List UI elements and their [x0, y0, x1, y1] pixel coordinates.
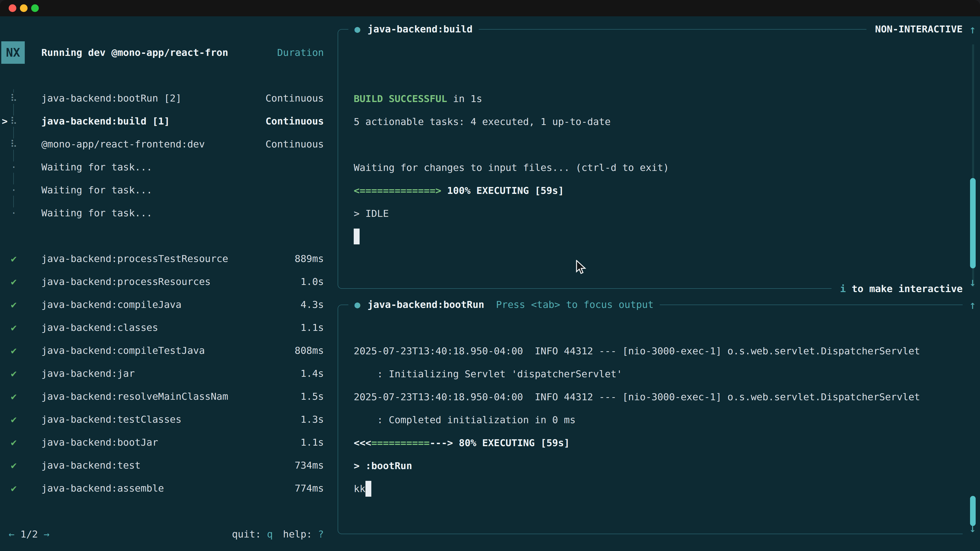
- task-row[interactable]: ✔ java-backend:compileJava 4.3s: [0, 293, 324, 316]
- task-status-dot-icon: ●: [355, 299, 360, 310]
- zoom-button[interactable]: [31, 4, 39, 12]
- scroll-down-icon[interactable]: ↓: [966, 516, 979, 540]
- non-interactive-badge: NON-INTERACTIVE: [866, 17, 963, 41]
- key-hints: quit: q help: ?: [232, 529, 324, 540]
- make-interactive-hint: i to make interactive: [832, 277, 963, 300]
- bootrun-output: 2025-07-23T13:40:18.950-04:00 INFO 44312…: [354, 340, 958, 500]
- page-next-icon[interactable]: →: [44, 529, 49, 540]
- task-row[interactable]: ✔ java-backend:compileTestJava 808ms: [0, 339, 324, 362]
- build-output: BUILD SUCCESSFUL in 1s 5 actionable task…: [354, 87, 958, 248]
- queued-dot-icon: ·: [9, 184, 19, 196]
- run-command-title: Running dev @mono-app/react-fron: [41, 47, 228, 58]
- running-task-list: ⠧ java-backend:bootRun [2] Continuous > …: [0, 87, 324, 224]
- bootrun-pane-title: ●java-backend:bootRunPress <tab> to focu…: [348, 293, 660, 316]
- pager: ← 1/2 →: [9, 529, 49, 540]
- task-row[interactable]: ✔ java-backend:testClasses 1.3s: [0, 408, 324, 431]
- log-line: BUILD SUCCESSFUL in 1s: [354, 87, 958, 110]
- task-row[interactable]: ✔ java-backend:processResources 1.0s: [0, 270, 324, 293]
- selection-arrow-icon: >: [2, 116, 8, 127]
- check-icon: ✔: [9, 437, 19, 448]
- nx-logo: NX: [1, 41, 25, 64]
- mouse-cursor: [576, 260, 589, 278]
- bootrun-output-pane[interactable]: ●java-backend:bootRunPress <tab> to focu…: [338, 305, 963, 534]
- spinner-icon: ⠧: [9, 138, 19, 150]
- gradle-progress-line: <<<==========---> 80% EXECUTING [59s]: [354, 431, 958, 454]
- log-line: 5 actionable tasks: 4 executed, 1 up-to-…: [354, 110, 958, 133]
- scroll-up-icon[interactable]: ↑: [966, 18, 979, 41]
- build-pane-title: ●java-backend:build: [348, 17, 479, 41]
- log-line: : Initializing Servlet 'dispatcherServle…: [354, 362, 958, 386]
- page-indicator: 1/2: [21, 529, 38, 540]
- check-icon: ✔: [9, 345, 19, 356]
- task-row[interactable]: ✔ java-backend:resolveMainClassNam 1.5s: [0, 385, 324, 408]
- task-list-panel: NX Running dev @mono-app/react-fron Dura…: [0, 16, 339, 551]
- check-icon: ✔: [9, 414, 19, 425]
- check-icon: ✔: [9, 391, 19, 402]
- task-list-header: Running dev @mono-app/react-fron Duratio…: [41, 41, 324, 64]
- task-group-connector-line: [13, 89, 14, 218]
- log-line: : Completed initialization in 0 ms: [354, 408, 958, 431]
- minimize-button[interactable]: [20, 4, 27, 12]
- check-icon: ✔: [9, 276, 19, 287]
- completed-task-list: ✔ java-backend:processTestResource 889ms…: [0, 247, 324, 500]
- text-cursor: [354, 229, 360, 245]
- log-line-blank: [354, 133, 958, 156]
- scroll-down-icon[interactable]: ↓: [966, 270, 979, 293]
- help-hint: help: ?: [283, 529, 324, 540]
- quit-hint: quit: q: [232, 529, 273, 540]
- task-row[interactable]: ⠧ java-backend:bootRun [2] Continuous: [0, 87, 324, 110]
- task-row[interactable]: · Waiting for task...: [0, 179, 324, 202]
- terminal-window: NX Running dev @mono-app/react-fron Dura…: [0, 0, 980, 551]
- task-row[interactable]: · Waiting for task...: [0, 202, 324, 224]
- task-row[interactable]: · Waiting for task...: [0, 156, 324, 179]
- task-row[interactable]: ✔ java-backend:classes 1.1s: [0, 316, 324, 339]
- spinner-icon: ⠧: [9, 116, 19, 127]
- input-line[interactable]: kk: [354, 477, 958, 500]
- log-line: 2025-07-23T13:40:18.950-04:00 INFO 44312…: [354, 340, 958, 362]
- log-line: > :bootRun: [354, 454, 958, 477]
- focus-output-hint: Press <tab> to focus output: [496, 299, 654, 310]
- titlebar: [0, 0, 980, 16]
- scrollbar-thumb[interactable]: [970, 178, 976, 268]
- queued-dot-icon: ·: [9, 162, 19, 173]
- task-status-dot-icon: ●: [355, 24, 360, 35]
- scroll-up-icon[interactable]: ↑: [966, 293, 979, 316]
- log-line: [354, 225, 958, 248]
- check-icon: ✔: [9, 299, 19, 310]
- duration-column-header: Duration: [277, 47, 324, 58]
- spinner-icon: ⠧: [9, 93, 19, 104]
- check-icon: ✔: [9, 460, 19, 471]
- gradle-progress-line: <=============> 100% EXECUTING [59s]: [354, 179, 958, 202]
- task-list-footer: ← 1/2 → quit: q help: ?: [0, 523, 324, 546]
- task-row[interactable]: ✔ java-backend:processTestResource 889ms: [0, 247, 324, 270]
- check-icon: ✔: [9, 253, 19, 264]
- log-line: 2025-07-23T13:40:18.950-04:00 INFO 44312…: [354, 386, 958, 408]
- task-row[interactable]: ✔ java-backend:test 734ms: [0, 454, 324, 477]
- check-icon: ✔: [9, 322, 19, 333]
- check-icon: ✔: [9, 483, 19, 494]
- page-prev-icon[interactable]: ←: [9, 529, 14, 540]
- close-button[interactable]: [9, 4, 16, 12]
- build-output-pane[interactable]: ●java-backend:build NON-INTERACTIVE i to…: [338, 29, 963, 289]
- task-row[interactable]: ✔ java-backend:bootJar 1.1s: [0, 431, 324, 454]
- task-row[interactable]: ✔ java-backend:assemble 774ms: [0, 477, 324, 500]
- task-row[interactable]: ⠧ @mono-app/react-frontend:dev Continuou…: [0, 133, 324, 156]
- task-row-selected[interactable]: > ⠧ java-backend:build [1] Continuous: [0, 110, 324, 133]
- text-cursor: [366, 481, 371, 497]
- terminal-screen: NX Running dev @mono-app/react-fron Dura…: [0, 16, 980, 551]
- task-row[interactable]: ✔ java-backend:jar 1.4s: [0, 362, 324, 385]
- check-icon: ✔: [9, 368, 19, 379]
- log-line: > IDLE: [354, 202, 958, 225]
- queued-dot-icon: ·: [9, 207, 19, 219]
- log-line: Waiting for changes to input files... (c…: [354, 156, 958, 179]
